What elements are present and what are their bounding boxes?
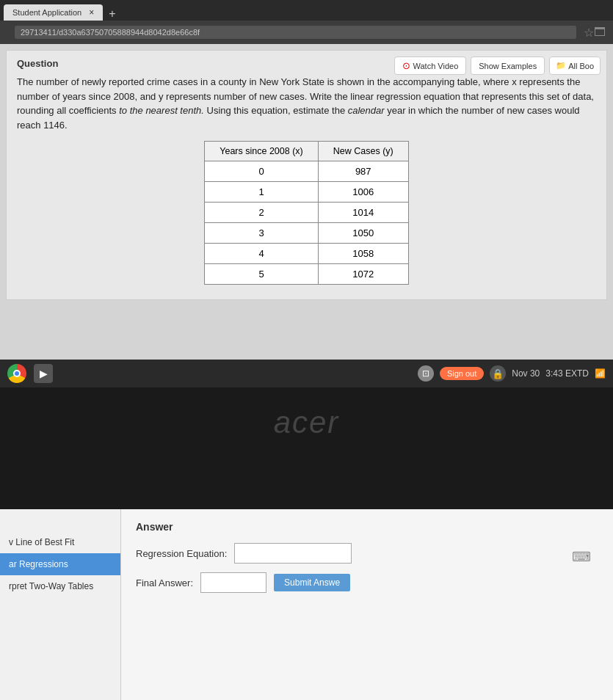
- tab-close-button[interactable]: ×: [89, 7, 94, 18]
- data-table: Years since 2008 (x) New Cases (y) 09871…: [204, 141, 408, 285]
- sidebar-item[interactable]: v Line of Best Fit: [0, 531, 120, 553]
- url-bar[interactable]: 29713411/d330a63750705888944d8042d8e66c8…: [15, 26, 576, 39]
- browser-chrome: 29713411/d330a63750705888944d8042d8e66c8…: [0, 21, 613, 44]
- chrome-taskbar-icon[interactable]: [7, 364, 26, 383]
- lock-icon: 🔒: [490, 365, 506, 382]
- question-panel: Question ⊙ Watch Video Show Examples 📁 A…: [6, 50, 607, 300]
- watch-video-label: Watch Video: [413, 62, 459, 70]
- expand-icon[interactable]: 🗖: [594, 26, 606, 39]
- screen-icon: ⊡: [418, 365, 434, 382]
- sidebar-item[interactable]: ar Regressions: [0, 553, 120, 575]
- main-content: Question ⊙ Watch Video Show Examples 📁 A…: [0, 44, 613, 360]
- acer-logo: acer: [274, 405, 340, 440]
- table-cell-x: 3: [205, 223, 319, 244]
- table-col1-header: Years since 2008 (x): [205, 142, 319, 161]
- sidebar-item[interactable]: rpret Two-Way Tables: [0, 575, 120, 597]
- table-row: 11006: [205, 182, 408, 203]
- table-col2-header: New Cases (y): [318, 142, 408, 161]
- all-book-button[interactable]: 📁 All Boo: [549, 56, 601, 75]
- table-cell-x: 1: [205, 182, 319, 203]
- bookmark-icon[interactable]: ☆: [584, 26, 594, 40]
- table-cell-x: 0: [205, 161, 319, 182]
- lower-panel: v Line of Best Fitar Regressionsrpret Tw…: [0, 509, 613, 700]
- date-label: Nov 30: [512, 368, 540, 379]
- wifi-icon: 📶: [595, 368, 606, 379]
- tab-label: Student Application: [12, 8, 81, 17]
- table-cell-y: 1050: [318, 223, 408, 244]
- table-cell-y: 987: [318, 161, 408, 182]
- final-answer-row: Final Answer: Submit Answe: [136, 572, 598, 593]
- table-row: 21014: [205, 203, 408, 223]
- table-cell-x: 5: [205, 264, 319, 285]
- final-answer-input[interactable]: [200, 572, 266, 593]
- submit-button[interactable]: Submit Answe: [274, 574, 350, 591]
- answer-title: Answer: [136, 521, 598, 533]
- taskbar-right: ⊡ Sign out 🔒 Nov 30 3:43 EXTD 📶: [418, 365, 606, 382]
- tab-bar: Student Application × +: [0, 0, 613, 21]
- taskbar: ▶ ⊡ Sign out 🔒 Nov 30 3:43 EXTD 📶: [0, 360, 613, 387]
- question-italic2: calendar: [348, 105, 385, 116]
- regression-label: Regression Equation:: [136, 548, 227, 559]
- keyboard-icon: ⌨: [572, 549, 591, 565]
- question-text-part2: Using this equation, estimate the: [204, 105, 348, 116]
- table-cell-y: 1058: [318, 244, 408, 264]
- folder-icon: 📁: [556, 61, 566, 70]
- time-label: 3:43 EXTD: [545, 368, 589, 379]
- watch-video-button[interactable]: ⊙ Watch Video: [394, 56, 467, 75]
- play-icon: ⊙: [402, 60, 410, 71]
- active-tab[interactable]: Student Application ×: [4, 4, 103, 21]
- final-answer-label: Final Answer:: [136, 577, 193, 588]
- show-examples-button[interactable]: Show Examples: [471, 56, 545, 75]
- regression-input[interactable]: [234, 543, 352, 564]
- table-cell-y: 1014: [318, 203, 408, 223]
- show-examples-label: Show Examples: [479, 62, 537, 70]
- acer-area: acer: [0, 387, 613, 457]
- table-row: 0987: [205, 161, 408, 182]
- answer-panel: Answer ⌨ Regression Equation: Final Answ…: [121, 509, 613, 700]
- table-row: 51072: [205, 264, 408, 285]
- table-cell-x: 2: [205, 203, 319, 223]
- table-row: 41058: [205, 244, 408, 264]
- table-cell-y: 1006: [318, 182, 408, 203]
- question-italic1: to the nearest tenth.: [119, 105, 204, 116]
- table-cell-x: 4: [205, 244, 319, 264]
- table-cell-y: 1072: [318, 264, 408, 285]
- data-table-wrapper: Years since 2008 (x) New Cases (y) 09871…: [17, 141, 596, 285]
- all-book-label: All Boo: [568, 62, 594, 70]
- sign-out-button[interactable]: Sign out: [440, 367, 484, 380]
- question-text: The number of newly reported crime cases…: [17, 75, 596, 132]
- question-buttons: ⊙ Watch Video Show Examples 📁 All Boo: [394, 56, 601, 75]
- video-taskbar-icon[interactable]: ▶: [34, 364, 53, 383]
- new-tab-button[interactable]: +: [103, 7, 121, 21]
- regression-row: Regression Equation:: [136, 543, 598, 564]
- sidebar: v Line of Best Fitar Regressionsrpret Tw…: [0, 509, 121, 700]
- table-row: 31050: [205, 223, 408, 244]
